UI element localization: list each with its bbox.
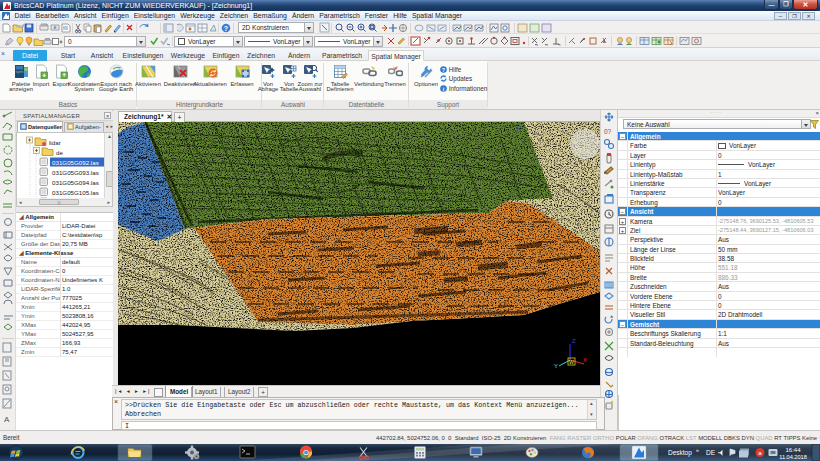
svg-text:031G05G093.las: 031G05G093.las	[52, 169, 99, 176]
svg-text:031G05G094.las: 031G05G094.las	[52, 179, 99, 186]
svg-text:de: de	[56, 149, 63, 156]
svg-text:031G05G092.las: 031G05G092.las	[52, 159, 99, 166]
svg-text:16:44: 16:44	[785, 447, 801, 453]
svg-text:spm: spm	[15, 69, 23, 74]
svg-text:W: W	[569, 359, 574, 365]
svg-text:0?: 0?	[604, 128, 612, 135]
svg-text:11.04.2018: 11.04.2018	[779, 454, 807, 460]
svg-text:031G05G105.las: 031G05G105.las	[52, 189, 99, 196]
svg-text:A: A	[4, 415, 10, 424]
svg-text:Desktop: Desktop	[668, 449, 692, 457]
svg-text:Z: Z	[572, 338, 576, 344]
svg-text:?: ?	[442, 67, 445, 73]
svg-text:»: »	[696, 447, 699, 453]
svg-text:lidar: lidar	[49, 139, 61, 146]
svg-text:DE: DE	[706, 449, 716, 456]
svg-text:Y: Y	[554, 363, 558, 369]
svg-text:?: ?	[224, 25, 228, 32]
svg-text:X: X	[583, 357, 587, 363]
